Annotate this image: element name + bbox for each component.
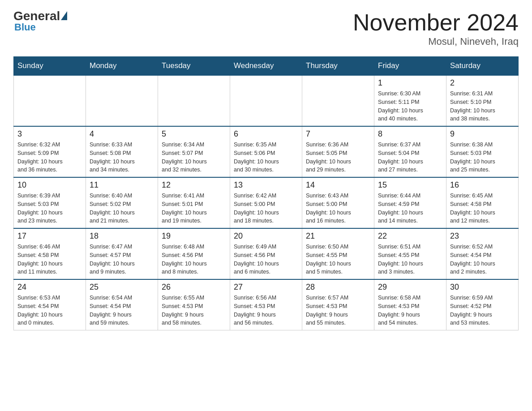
calendar-cell: 24Sunrise: 6:53 AM Sunset: 4:54 PM Dayli… [14, 279, 86, 330]
day-info: Sunrise: 6:38 AM Sunset: 5:03 PM Dayligh… [450, 141, 515, 174]
day-number: 5 [162, 129, 226, 139]
day-info: Sunrise: 6:32 AM Sunset: 5:09 PM Dayligh… [17, 141, 82, 174]
day-info: Sunrise: 6:39 AM Sunset: 5:03 PM Dayligh… [17, 192, 82, 225]
day-info: Sunrise: 6:45 AM Sunset: 4:58 PM Dayligh… [450, 192, 515, 225]
day-info: Sunrise: 6:44 AM Sunset: 4:59 PM Dayligh… [378, 192, 442, 225]
calendar-cell: 12Sunrise: 6:41 AM Sunset: 5:01 PM Dayli… [158, 177, 230, 228]
day-info: Sunrise: 6:51 AM Sunset: 4:55 PM Dayligh… [378, 243, 442, 276]
calendar-cell: 5Sunrise: 6:34 AM Sunset: 5:07 PM Daylig… [158, 126, 230, 177]
weekday-header-row: SundayMondayTuesdayWednesdayThursdayFrid… [14, 57, 519, 76]
day-number: 22 [378, 231, 442, 241]
day-number: 3 [17, 129, 82, 139]
calendar: SundayMondayTuesdayWednesdayThursdayFrid… [13, 56, 519, 330]
day-number: 13 [234, 180, 298, 190]
week-row-3: 10Sunrise: 6:39 AM Sunset: 5:03 PM Dayli… [14, 177, 519, 228]
weekday-header-sunday: Sunday [14, 57, 86, 76]
day-info: Sunrise: 6:41 AM Sunset: 5:01 PM Dayligh… [162, 192, 226, 225]
calendar-cell: 23Sunrise: 6:52 AM Sunset: 4:54 PM Dayli… [446, 228, 519, 279]
weekday-header-saturday: Saturday [446, 57, 519, 76]
day-info: Sunrise: 6:30 AM Sunset: 5:11 PM Dayligh… [378, 90, 442, 123]
day-info: Sunrise: 6:31 AM Sunset: 5:10 PM Dayligh… [450, 90, 515, 123]
day-number: 14 [306, 180, 370, 190]
day-number: 15 [378, 180, 442, 190]
week-row-2: 3Sunrise: 6:32 AM Sunset: 5:09 PM Daylig… [14, 126, 519, 177]
day-info: Sunrise: 6:49 AM Sunset: 4:56 PM Dayligh… [234, 243, 298, 276]
calendar-cell [302, 75, 374, 126]
day-number: 8 [378, 129, 442, 139]
day-info: Sunrise: 6:35 AM Sunset: 5:06 PM Dayligh… [234, 141, 298, 174]
logo-blue-text: Blue [14, 21, 36, 33]
day-info: Sunrise: 6:56 AM Sunset: 4:53 PM Dayligh… [234, 294, 298, 327]
day-info: Sunrise: 6:43 AM Sunset: 5:00 PM Dayligh… [306, 192, 370, 225]
calendar-cell: 8Sunrise: 6:37 AM Sunset: 5:04 PM Daylig… [374, 126, 446, 177]
day-number: 2 [450, 78, 515, 88]
calendar-cell: 2Sunrise: 6:31 AM Sunset: 5:10 PM Daylig… [446, 75, 519, 126]
day-info: Sunrise: 6:34 AM Sunset: 5:07 PM Dayligh… [162, 141, 226, 174]
day-number: 29 [378, 283, 442, 292]
calendar-cell [86, 75, 158, 126]
day-number: 21 [306, 231, 370, 241]
calendar-cell: 7Sunrise: 6:36 AM Sunset: 5:05 PM Daylig… [302, 126, 374, 177]
day-info: Sunrise: 6:37 AM Sunset: 5:04 PM Dayligh… [378, 141, 442, 174]
calendar-cell: 9Sunrise: 6:38 AM Sunset: 5:03 PM Daylig… [446, 126, 519, 177]
day-number: 30 [450, 283, 515, 292]
day-number: 23 [450, 231, 515, 241]
calendar-cell: 16Sunrise: 6:45 AM Sunset: 4:58 PM Dayli… [446, 177, 519, 228]
calendar-cell: 25Sunrise: 6:54 AM Sunset: 4:54 PM Dayli… [86, 279, 158, 330]
day-number: 16 [450, 180, 515, 190]
day-number: 26 [162, 283, 226, 292]
week-row-5: 24Sunrise: 6:53 AM Sunset: 4:54 PM Dayli… [14, 279, 519, 330]
calendar-cell: 21Sunrise: 6:50 AM Sunset: 4:55 PM Dayli… [302, 228, 374, 279]
calendar-cell [230, 75, 302, 126]
logo-arrow-icon [61, 11, 67, 20]
day-info: Sunrise: 6:50 AM Sunset: 4:55 PM Dayligh… [306, 243, 370, 276]
weekday-header-thursday: Thursday [302, 57, 374, 76]
weekday-header-friday: Friday [374, 57, 446, 76]
day-info: Sunrise: 6:52 AM Sunset: 4:54 PM Dayligh… [450, 243, 515, 276]
day-info: Sunrise: 6:53 AM Sunset: 4:54 PM Dayligh… [17, 294, 82, 327]
day-number: 4 [90, 129, 154, 139]
day-number: 7 [306, 129, 370, 139]
day-info: Sunrise: 6:48 AM Sunset: 4:56 PM Dayligh… [162, 243, 226, 276]
weekday-header-monday: Monday [86, 57, 158, 76]
day-number: 1 [378, 78, 442, 88]
calendar-cell: 13Sunrise: 6:42 AM Sunset: 5:00 PM Dayli… [230, 177, 302, 228]
calendar-cell: 6Sunrise: 6:35 AM Sunset: 5:06 PM Daylig… [230, 126, 302, 177]
day-info: Sunrise: 6:40 AM Sunset: 5:02 PM Dayligh… [90, 192, 154, 225]
calendar-cell: 11Sunrise: 6:40 AM Sunset: 5:02 PM Dayli… [86, 177, 158, 228]
calendar-cell: 4Sunrise: 6:33 AM Sunset: 5:08 PM Daylig… [86, 126, 158, 177]
day-number: 25 [90, 283, 154, 292]
day-info: Sunrise: 6:54 AM Sunset: 4:54 PM Dayligh… [90, 294, 154, 327]
calendar-cell: 22Sunrise: 6:51 AM Sunset: 4:55 PM Dayli… [374, 228, 446, 279]
day-number: 6 [234, 129, 298, 139]
calendar-cell: 29Sunrise: 6:58 AM Sunset: 4:53 PM Dayli… [374, 279, 446, 330]
day-info: Sunrise: 6:55 AM Sunset: 4:53 PM Dayligh… [162, 294, 226, 327]
calendar-cell [14, 75, 86, 126]
logo: General Blue [13, 9, 67, 33]
calendar-cell: 26Sunrise: 6:55 AM Sunset: 4:53 PM Dayli… [158, 279, 230, 330]
location-title: Mosul, Nineveh, Iraq [353, 36, 519, 47]
calendar-cell: 30Sunrise: 6:59 AM Sunset: 4:52 PM Dayli… [446, 279, 519, 330]
calendar-cell: 3Sunrise: 6:32 AM Sunset: 5:09 PM Daylig… [14, 126, 86, 177]
day-number: 27 [234, 283, 298, 292]
day-info: Sunrise: 6:47 AM Sunset: 4:57 PM Dayligh… [90, 243, 154, 276]
day-info: Sunrise: 6:59 AM Sunset: 4:52 PM Dayligh… [450, 294, 515, 327]
calendar-cell: 27Sunrise: 6:56 AM Sunset: 4:53 PM Dayli… [230, 279, 302, 330]
day-info: Sunrise: 6:36 AM Sunset: 5:05 PM Dayligh… [306, 141, 370, 174]
month-title: November 2024 [353, 9, 519, 36]
day-number: 9 [450, 129, 515, 139]
header: General Blue November 2024 Mosul, Nineve… [13, 9, 519, 47]
calendar-cell: 15Sunrise: 6:44 AM Sunset: 4:59 PM Dayli… [374, 177, 446, 228]
day-number: 17 [17, 231, 82, 241]
day-number: 28 [306, 283, 370, 292]
day-number: 20 [234, 231, 298, 241]
day-number: 18 [90, 231, 154, 241]
weekday-header-wednesday: Wednesday [230, 57, 302, 76]
logo-blue-part [60, 11, 67, 21]
calendar-cell: 20Sunrise: 6:49 AM Sunset: 4:56 PM Dayli… [230, 228, 302, 279]
day-info: Sunrise: 6:42 AM Sunset: 5:00 PM Dayligh… [234, 192, 298, 225]
calendar-cell: 17Sunrise: 6:46 AM Sunset: 4:58 PM Dayli… [14, 228, 86, 279]
week-row-4: 17Sunrise: 6:46 AM Sunset: 4:58 PM Dayli… [14, 228, 519, 279]
calendar-cell [158, 75, 230, 126]
day-info: Sunrise: 6:58 AM Sunset: 4:53 PM Dayligh… [378, 294, 442, 327]
